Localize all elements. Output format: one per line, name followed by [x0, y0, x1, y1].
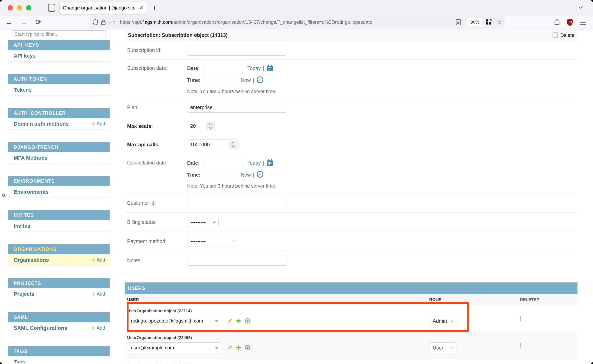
user-select[interactable]: user@example.com	[127, 343, 222, 353]
plus-icon: +	[92, 291, 95, 297]
max-api-calls-input[interactable]: 1000000	[187, 140, 238, 150]
notes-input[interactable]	[187, 255, 287, 266]
menu-hamburger-icon[interactable]	[580, 20, 586, 25]
clock-icon[interactable]	[257, 171, 264, 179]
plus-icon: +	[92, 325, 95, 331]
sidebar-item-projects[interactable]: Projects +Add	[8, 288, 110, 300]
add-saml-configuration-link[interactable]: +Add	[92, 325, 105, 331]
calendar-icon[interactable]	[266, 65, 273, 72]
subscription-module-header: Subscription: Subscription object (14313…	[125, 29, 578, 41]
add-plus-icon[interactable]	[236, 345, 241, 350]
role-select[interactable]: User	[429, 343, 456, 353]
plan-input[interactable]: enterprise	[187, 102, 287, 112]
now-link[interactable]: Now	[241, 77, 251, 83]
cancellation-date-input[interactable]	[204, 158, 243, 168]
user-select[interactable]: rodrigo.lopezdato@flagsmith.com	[127, 316, 222, 326]
permissions-icon[interactable]	[109, 20, 115, 24]
url-scheme: https://api.	[120, 19, 142, 25]
today-link[interactable]: Today	[247, 160, 261, 166]
now-link[interactable]: Now	[241, 172, 251, 178]
role-select[interactable]: Admin	[429, 316, 456, 326]
subscription-time-input[interactable]	[204, 75, 236, 85]
number-stepper-icon[interactable]	[206, 122, 215, 130]
subscription-date-input[interactable]	[204, 63, 243, 73]
sidebar-header-auth-token: AUTH TOKEN	[8, 74, 110, 84]
date-label: Date:	[187, 160, 204, 166]
chevron-down-icon	[213, 220, 216, 223]
back-button[interactable]: ←	[6, 19, 13, 26]
add-organisation-link[interactable]: +Add	[92, 257, 105, 263]
subscription-delete-label: Delete	[560, 32, 574, 38]
minimize-window-button[interactable]	[17, 5, 22, 10]
lock-icon[interactable]	[101, 19, 106, 25]
role-column-header: ROLE	[429, 297, 520, 302]
add-domain-auth-method-link[interactable]: +Add	[92, 121, 105, 127]
view-eye-icon[interactable]	[244, 345, 251, 350]
add-project-link[interactable]: +Add	[92, 291, 105, 297]
today-link[interactable]: Today	[247, 65, 261, 71]
forward-button[interactable]: →	[20, 19, 28, 26]
browser-tab[interactable]: Change organisation | Django site admin …	[60, 2, 147, 14]
delete-user-checkbox[interactable]	[520, 343, 521, 348]
add-plus-icon[interactable]	[236, 318, 241, 324]
clock-icon[interactable]	[257, 76, 264, 84]
bookmark-star-icon[interactable]: ☆	[496, 18, 502, 26]
time-label: Time:	[187, 77, 204, 83]
sidebar-filter-input[interactable]	[12, 30, 106, 38]
tracking-protection-icon[interactable]	[93, 19, 98, 25]
subscription-title: Subscription: Subscription object (14313…	[128, 32, 228, 38]
zoom-window-button[interactable]	[26, 5, 31, 10]
url-text: https://api.flagsmith.com/admin/organisa…	[120, 19, 456, 25]
list-all-tabs-icon[interactable]	[579, 5, 585, 10]
sidebar-item-api-keys[interactable]: API keys	[8, 50, 110, 62]
sidebar-header-api-keys: API_KEYS	[8, 40, 110, 50]
page-content: « API_KEYS API keys AUTH TOKEN Tokens AU…	[0, 29, 593, 363]
payment-method-select[interactable]: ---------	[187, 236, 238, 247]
admin-sidebar: API_KEYS API keys AUTH TOKEN Tokens AUTH…	[8, 29, 110, 363]
edit-pencil-icon[interactable]	[227, 345, 233, 351]
sidebar-item-tokens[interactable]: Tokens	[8, 84, 110, 96]
sidebar-item-domain-auth-methods[interactable]: Domain auth methods +Add	[8, 118, 110, 130]
firefox-view-icon[interactable]	[47, 3, 56, 13]
max-seats-label: Max seats:	[127, 123, 187, 129]
plan-label: Plan:	[127, 104, 187, 110]
max-seats-input[interactable]: 20	[187, 121, 216, 131]
field-row-subscription-date: Subscription date: Date: Today | Time:	[125, 60, 578, 98]
tab-close-icon[interactable]: ✕	[139, 5, 143, 11]
ublock-origin-icon[interactable]: uO	[567, 19, 573, 26]
tab-title: Change organisation | Django site admin	[63, 5, 137, 11]
zoom-level-button[interactable]: 90%	[467, 18, 482, 26]
sidebar-module-organisations: ORGANISATIONS Organisations +Add	[8, 244, 110, 266]
sidebar-item-organisations[interactable]: Organisations +Add	[8, 254, 110, 266]
url-domain: flagsmith.com	[142, 19, 172, 25]
billing-status-label: Billing status:	[127, 219, 187, 225]
new-tab-button[interactable]: +	[152, 4, 157, 12]
calendar-icon[interactable]	[266, 159, 273, 167]
sidebar-item-saml-configurations[interactable]: SAML Configurations +Add	[8, 322, 110, 334]
billing-status-select[interactable]: ---------	[187, 217, 218, 227]
payment-method-label: Payment method:	[127, 238, 187, 244]
sidebar-item-mfa-methods[interactable]: MFA Methods	[8, 152, 110, 164]
delete-user-checkbox[interactable]	[520, 316, 521, 321]
field-row-plan: Plan: enterprise	[125, 98, 578, 117]
subscription-id-input[interactable]	[187, 45, 287, 56]
grid-expand-icon[interactable]	[486, 19, 492, 25]
subscription-delete-checkbox[interactable]	[553, 32, 558, 38]
customer-id-input[interactable]	[187, 198, 287, 208]
sidebar-item-tags[interactable]: Tags	[8, 356, 110, 363]
cancellation-time-input[interactable]	[204, 170, 236, 180]
browser-window: Change organisation | Django site admin …	[0, 0, 593, 364]
browser-toolbar: ← → ⟳ https://api.flagsmith.com/admin/or…	[0, 16, 593, 29]
close-window-button[interactable]	[8, 5, 13, 10]
refresh-button[interactable]: ⟳	[35, 19, 41, 26]
sidebar-collapse-toggle[interactable]: «	[2, 190, 6, 199]
reader-view-icon[interactable]	[456, 19, 461, 25]
edit-pencil-icon[interactable]	[227, 318, 233, 324]
sidebar-item-invites[interactable]: Invites	[8, 220, 110, 232]
view-eye-icon[interactable]	[244, 318, 251, 324]
number-stepper-icon[interactable]	[229, 141, 237, 149]
sidebar-item-environments[interactable]: Environments	[8, 186, 110, 198]
extensions-puzzle-icon[interactable]	[553, 19, 560, 26]
url-bar[interactable]: https://api.flagsmith.com/admin/organisa…	[89, 16, 505, 28]
date-label: Date:	[187, 65, 204, 71]
